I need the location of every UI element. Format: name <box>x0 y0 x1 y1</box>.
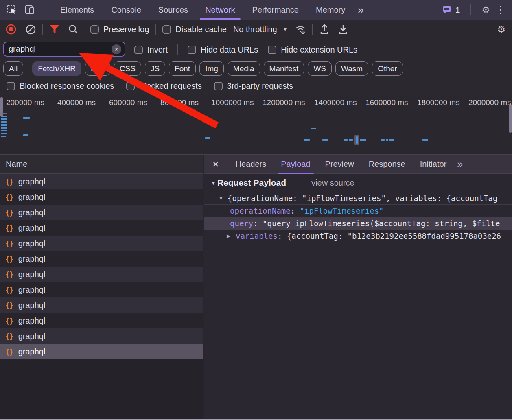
waterfall-bar[interactable] <box>386 139 388 141</box>
waterfall-bar[interactable] <box>1 130 7 131</box>
request-row[interactable]: {}graphql <box>0 251 203 267</box>
close-icon[interactable]: ✕ <box>212 160 219 169</box>
payload-tree-row[interactable]: query: "query ipFlowTimeseries($accountT… <box>204 217 512 230</box>
detail-tab-headers[interactable]: Headers <box>228 155 274 174</box>
checkbox[interactable] <box>268 46 276 54</box>
settings-gear-icon[interactable]: ⚙ <box>481 5 490 15</box>
blocked-response-cookies-checkbox[interactable]: Blocked response cookies <box>7 81 114 91</box>
filter-text-value[interactable]: graphql <box>9 44 112 54</box>
clear-filter-icon[interactable]: ✕ <box>112 44 121 54</box>
type-chip-media[interactable]: Media <box>228 61 260 76</box>
waterfall-bar[interactable] <box>1 116 7 117</box>
waterfall-bar[interactable] <box>422 139 428 141</box>
export-har-icon[interactable] <box>336 22 350 36</box>
network-settings-gear-icon[interactable]: ⚙ <box>497 25 505 34</box>
waterfall-bar[interactable] <box>23 134 28 136</box>
issues-icon[interactable]: 1 <box>442 5 460 15</box>
kebab-menu-icon[interactable]: ⋮ <box>496 4 505 15</box>
waterfall-bar[interactable] <box>1 133 7 134</box>
detail-tab-preview[interactable]: Preview <box>318 155 361 174</box>
waterfall-bar[interactable] <box>349 139 353 141</box>
request-row[interactable]: {}graphql <box>0 205 203 220</box>
invert-checkbox[interactable]: Invert <box>134 45 168 55</box>
waterfall-bar[interactable] <box>23 117 30 119</box>
hide-extension-urls-checkbox[interactable]: Hide extension URLs <box>268 45 357 55</box>
view-source-toggle[interactable]: view source <box>311 178 354 188</box>
hide-data-urls-checkbox[interactable]: Hide data URLs <box>188 45 258 55</box>
network-overview-timeline[interactable]: 200000 ms400000 ms600000 ms800000 ms1000… <box>0 95 512 155</box>
request-row[interactable]: {}graphql <box>0 174 203 189</box>
collapsed-triangle-icon[interactable]: ▶ <box>227 230 230 242</box>
waterfall-bar[interactable] <box>360 139 366 141</box>
overview-right-grip[interactable] <box>509 104 512 133</box>
waterfall-bar[interactable] <box>1 121 7 123</box>
payload-tree-row[interactable]: operationName: "ipFlowTimeseries" <box>204 204 512 217</box>
type-chip-img[interactable]: Img <box>199 61 224 76</box>
name-column-header[interactable]: Name <box>0 155 203 174</box>
disable-cache-checkbox[interactable]: Disable cache <box>162 25 227 34</box>
type-chip-js[interactable]: JS <box>145 61 165 76</box>
waterfall-bar[interactable] <box>389 139 394 141</box>
request-payload-section[interactable]: ▼ Request Payload view source <box>204 174 512 192</box>
expanded-triangle-icon[interactable]: ▼ <box>219 192 223 204</box>
more-tabs-icon[interactable]: » <box>354 0 368 20</box>
tab-sources[interactable]: Sources <box>150 0 197 20</box>
type-chip-all[interactable]: All <box>3 61 23 76</box>
waterfall-bar[interactable] <box>1 127 7 129</box>
request-row[interactable]: {}graphql <box>0 328 203 344</box>
waterfall-bar[interactable] <box>1 124 7 126</box>
filter-text-input[interactable]: graphql ✕ <box>3 42 125 57</box>
throttling-select[interactable]: No throttling ▼ <box>233 25 288 34</box>
waterfall-bar[interactable] <box>304 139 310 141</box>
collapse-triangle-icon[interactable]: ▼ <box>211 180 216 186</box>
type-chip-doc[interactable]: Doc <box>85 61 110 76</box>
waterfall-bar[interactable] <box>1 136 6 137</box>
more-detail-tabs-icon[interactable]: » <box>457 158 463 170</box>
request-row[interactable]: {}graphql <box>0 267 203 282</box>
network-conditions-icon[interactable] <box>293 22 307 36</box>
clear-network-log-icon[interactable] <box>24 22 37 36</box>
type-chip-other[interactable]: Other <box>372 61 403 76</box>
request-row[interactable]: {}graphql <box>0 189 203 205</box>
payload-tree-row[interactable]: ▶variables: {accountTag: "b12e3b2192ee55… <box>204 230 512 242</box>
checkbox[interactable] <box>188 46 196 54</box>
tab-memory[interactable]: Memory <box>307 0 354 20</box>
device-toolbar-icon[interactable] <box>24 4 36 16</box>
tab-console[interactable]: Console <box>103 0 149 20</box>
request-row[interactable]: {}graphql <box>0 282 203 298</box>
checkbox[interactable] <box>7 82 15 90</box>
request-row[interactable]: {}graphql <box>0 236 203 251</box>
filter-icon[interactable] <box>48 22 61 36</box>
request-row[interactable]: {}graphql <box>0 344 203 359</box>
waterfall-bar[interactable] <box>322 139 328 141</box>
checkbox[interactable] <box>90 25 99 34</box>
detail-tab-initiator[interactable]: Initiator <box>413 155 454 174</box>
waterfall-bar[interactable] <box>344 139 348 141</box>
preserve-log-checkbox[interactable]: Preserve log <box>90 25 149 34</box>
inspect-element-icon[interactable] <box>6 4 18 16</box>
waterfall-bar[interactable] <box>205 137 210 139</box>
detail-tab-response[interactable]: Response <box>361 155 413 174</box>
search-icon[interactable] <box>66 22 80 36</box>
request-row[interactable]: {}graphql <box>0 313 203 328</box>
type-chip-ws[interactable]: WS <box>308 61 332 76</box>
tab-elements[interactable]: Elements <box>52 0 103 20</box>
checkbox[interactable] <box>162 25 171 34</box>
type-chip-fetchxhr[interactable]: Fetch/XHR <box>32 61 81 76</box>
waterfall-bar[interactable] <box>381 139 385 141</box>
waterfall-bar[interactable] <box>1 118 7 120</box>
blocked-requests-checkbox[interactable]: Blocked requests <box>126 81 201 91</box>
waterfall-bar[interactable] <box>1 113 7 114</box>
type-chip-manifest[interactable]: Manifest <box>264 61 304 76</box>
waterfall-bar[interactable] <box>311 128 316 129</box>
record-network-log-button[interactable] <box>4 22 18 36</box>
tab-network[interactable]: Network <box>197 0 243 20</box>
import-har-icon[interactable] <box>317 22 331 36</box>
type-chip-font[interactable]: Font <box>169 61 196 76</box>
request-row[interactable]: {}graphql <box>0 220 203 236</box>
checkbox[interactable] <box>214 82 223 90</box>
request-row[interactable]: {}graphql <box>0 298 203 313</box>
type-chip-wasm[interactable]: Wasm <box>335 61 368 76</box>
detail-tab-payload[interactable]: Payload <box>274 155 317 174</box>
checkbox[interactable] <box>134 46 143 54</box>
